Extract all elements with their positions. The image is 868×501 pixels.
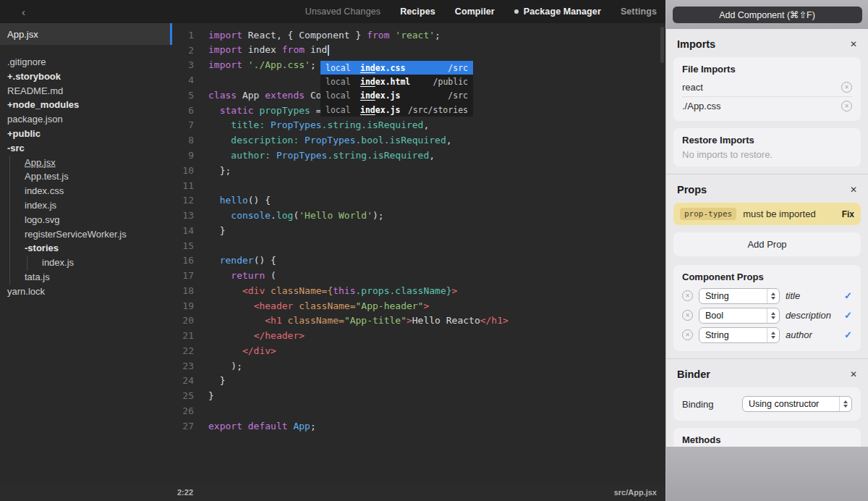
- code-line[interactable]: 14 }: [170, 223, 665, 238]
- autocomplete-option[interactable]: localindex.js/src: [320, 89, 473, 103]
- component-props-card: Component Props ✕Stringtitle✓✕Booldescri…: [673, 265, 861, 351]
- stepper-icon: [839, 397, 851, 411]
- code-line[interactable]: 16 render() {: [170, 253, 665, 268]
- tree-item[interactable]: App.test.js: [0, 169, 170, 184]
- tree-item[interactable]: .gitignore: [0, 55, 170, 70]
- code-line[interactable]: 12 hello() {: [170, 193, 665, 208]
- code-token: }: [208, 390, 214, 401]
- down-arrow-icon: [771, 316, 775, 319]
- remove-prop-icon[interactable]: ✕: [682, 329, 693, 340]
- menu-item-settings[interactable]: Settings: [621, 7, 657, 17]
- line-content: render() {: [208, 255, 276, 266]
- menu-item-package-manager[interactable]: Package Manager: [514, 7, 601, 17]
- back-chevron-icon[interactable]: ‹: [22, 6, 25, 18]
- code-token: .string.isRequired: [322, 119, 424, 130]
- tree-item[interactable]: App.jsx: [0, 156, 170, 170]
- line-number: 22: [170, 345, 194, 356]
- code-line[interactable]: 7 title: PropTypes.string.isRequired,: [170, 118, 665, 133]
- tree-item[interactable]: +public: [0, 127, 170, 141]
- tree-item[interactable]: package.json: [0, 112, 170, 127]
- add-component-button[interactable]: Add Component (⌘⇧F): [673, 7, 862, 23]
- autocomplete-option[interactable]: localindex.js/src/stories: [320, 103, 473, 117]
- option-filename: index.js: [360, 105, 400, 115]
- binding-label: Binding: [682, 399, 713, 410]
- code-line[interactable]: 17 return (: [170, 268, 665, 283]
- code-line[interactable]: 10 };: [170, 163, 665, 178]
- tree-item[interactable]: index.js: [0, 198, 170, 213]
- remove-prop-icon[interactable]: ✕: [682, 310, 693, 321]
- code-line[interactable]: 21 </header>: [170, 328, 665, 343]
- prop-type-value: String: [705, 330, 729, 340]
- tree-item[interactable]: README.md: [0, 84, 170, 98]
- code-line[interactable]: 13 console.log('Hello World');: [170, 208, 665, 223]
- autocomplete-option[interactable]: localindex.html/public: [320, 75, 473, 88]
- line-number: 9: [170, 150, 194, 161]
- prop-type-select[interactable]: String: [699, 327, 780, 343]
- code-token: import: [208, 59, 248, 70]
- code-token: ;: [435, 30, 441, 41]
- tree-item[interactable]: registerServiceWorker.js: [0, 227, 170, 242]
- tree-item[interactable]: tata.js: [0, 270, 170, 285]
- tree-item[interactable]: -src: [0, 141, 170, 156]
- line-number: 5: [170, 90, 194, 101]
- fix-button[interactable]: Fix: [842, 209, 854, 219]
- tree-item[interactable]: index.css: [0, 184, 170, 198]
- prop-check-icon[interactable]: ✓: [844, 290, 852, 301]
- code-line[interactable]: 23 );: [170, 358, 665, 374]
- code-line[interactable]: 25}: [170, 388, 665, 403]
- add-prop-button[interactable]: Add Prop: [673, 232, 861, 256]
- line-content: import './App.css';: [208, 59, 316, 70]
- code-token: [208, 195, 220, 206]
- code-line[interactable]: 19 <header className="App-header">: [170, 298, 665, 313]
- code-line[interactable]: 1import React, { Component } from 'react…: [170, 28, 665, 43]
- prop-type-value: String: [705, 291, 729, 301]
- text-cursor: [328, 45, 329, 56]
- line-number: 24: [170, 375, 194, 386]
- code-line[interactable]: 15: [170, 238, 665, 253]
- code-line[interactable]: 2import index from ind: [170, 43, 665, 58]
- code-token: 'react': [395, 30, 435, 41]
- code-line[interactable]: 18 <div className={this.props.className}…: [170, 283, 665, 298]
- code-line[interactable]: 24 }: [170, 374, 665, 389]
- prop-type-select[interactable]: String: [699, 288, 780, 304]
- tree-item[interactable]: -stories: [0, 241, 170, 256]
- imports-close-icon[interactable]: ✕: [850, 39, 857, 49]
- line-content: </header>: [208, 330, 305, 341]
- menu-item-recipes[interactable]: Recipes: [400, 7, 435, 17]
- code-line[interactable]: 26: [170, 403, 665, 418]
- up-arrow-icon: [843, 400, 848, 403]
- prop-check-icon[interactable]: ✓: [844, 329, 852, 340]
- code-line[interactable]: 8 description: PropTypes.bool.isRequired…: [170, 132, 665, 148]
- autocomplete-option[interactable]: localindex.css/src: [320, 61, 473, 75]
- remove-prop-icon[interactable]: ✕: [682, 290, 693, 301]
- prop-check-icon[interactable]: ✓: [844, 310, 852, 321]
- open-file-tab[interactable]: App.jsx: [0, 23, 170, 45]
- imports-title: Imports: [677, 38, 715, 50]
- code-line[interactable]: 20 <h1 className="App-title">Hello React…: [170, 313, 665, 329]
- editor-scrollbar[interactable]: [660, 27, 664, 63]
- menu-item-compiler[interactable]: Compiler: [455, 7, 495, 17]
- prop-type-select[interactable]: Bool: [699, 308, 780, 324]
- tree-item[interactable]: +.storybook: [0, 70, 170, 84]
- remove-import-icon[interactable]: ✕: [841, 82, 852, 93]
- code-token: return: [231, 270, 265, 281]
- line-number: 26: [170, 405, 194, 416]
- line-content: static propTypes = {: [208, 105, 333, 116]
- code-line[interactable]: 9 author: PropTypes.string.isRequired,: [170, 148, 665, 163]
- code-line[interactable]: 11: [170, 178, 665, 193]
- props-close-icon[interactable]: ✕: [850, 185, 857, 195]
- binder-close-icon[interactable]: ✕: [850, 369, 857, 379]
- code-line[interactable]: 22 </div>: [170, 343, 665, 358]
- tree-item[interactable]: yarn.lock: [0, 285, 170, 299]
- code-token: [208, 255, 220, 266]
- binding-select[interactable]: Using constructor: [742, 396, 852, 412]
- code-token: <h1: [265, 315, 287, 326]
- tree-item[interactable]: index.js: [0, 256, 170, 270]
- tree-item[interactable]: logo.svg: [0, 213, 170, 227]
- code-token: () {: [248, 195, 271, 206]
- code-token: );: [208, 361, 242, 371]
- remove-import-icon[interactable]: ✕: [841, 101, 852, 111]
- tree-item[interactable]: +node_modules: [0, 98, 170, 112]
- code-line[interactable]: 27export default App;: [170, 418, 665, 434]
- line-content: <div className={this.props.className}>: [208, 285, 457, 296]
